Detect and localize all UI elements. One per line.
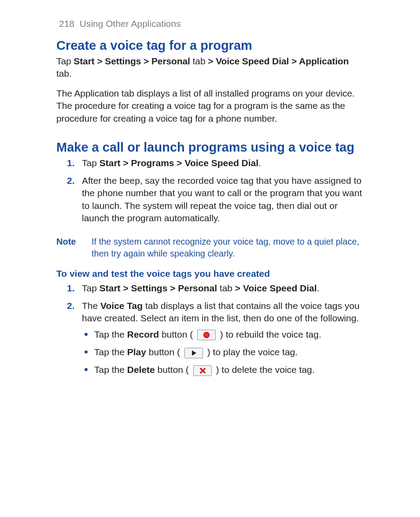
- instruction-line: Tap Start > Settings > Personal tab > Vo…: [56, 55, 364, 80]
- list-item: Tap the Play button ( ) to play the voic…: [82, 346, 364, 358]
- list-item: Tap Start > Settings > Personal tab > Vo…: [56, 282, 364, 294]
- list-item: Tap the Record button ( ) to rebuild the…: [82, 328, 364, 341]
- document-page: 218 Using Other Applications Create a vo…: [0, 0, 420, 399]
- play-icon: [184, 348, 203, 358]
- note-block: Note If the system cannot recognize your…: [56, 236, 364, 260]
- section-heading-create: Create a voice tag for a program: [56, 38, 364, 53]
- list-item: After the beep, say the recorded voice t…: [56, 175, 364, 224]
- delete-icon: [193, 365, 212, 376]
- section-heading-make-call: Make a call or launch programs using a v…: [56, 140, 364, 155]
- list-item: Tap the Delete button ( ) to delete the …: [82, 364, 364, 376]
- note-text: If the system cannot recognize your voic…: [92, 236, 364, 260]
- paragraph: The Application tab displays a list of a…: [56, 87, 364, 125]
- numbered-list: Tap Start > Programs > Voice Speed Dial.…: [56, 157, 364, 225]
- page-number: 218: [59, 19, 74, 29]
- list-item: The Voice Tag tab displays a list that c…: [56, 300, 364, 376]
- note-label: Note: [56, 236, 79, 260]
- numbered-list: Tap Start > Settings > Personal tab > Vo…: [56, 282, 364, 376]
- record-icon: [197, 330, 216, 340]
- chapter-title: Using Other Applications: [80, 19, 181, 29]
- list-item: Tap Start > Programs > Voice Speed Dial.: [56, 157, 364, 169]
- running-header: 218 Using Other Applications: [59, 18, 364, 30]
- subheading-view-test: To view and test the voice tags you have…: [56, 268, 364, 280]
- bullet-list: Tap the Record button ( ) to rebuild the…: [82, 328, 364, 376]
